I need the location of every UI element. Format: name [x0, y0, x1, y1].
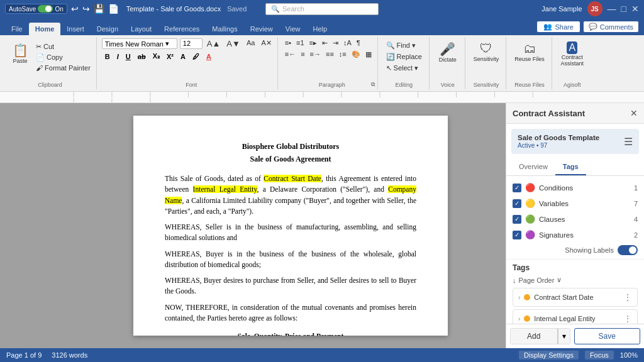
tab-insert[interactable]: Insert [60, 23, 91, 35]
autosave-label: AutoSave [9, 6, 36, 13]
tag-menu-1[interactable]: ⋮ [623, 292, 632, 302]
tag-menu-2[interactable]: ⋮ [623, 314, 632, 324]
decrease-indent-button[interactable]: ⇤ [320, 38, 330, 48]
document-saved: Saved [227, 5, 247, 13]
line-spacing-button[interactable]: ↕≡ [337, 50, 348, 59]
italic-button[interactable]: I [114, 52, 122, 62]
font-color-button[interactable]: A [203, 52, 214, 62]
tags-sort[interactable]: ↓ Page Order ∨ [513, 276, 638, 284]
toolbar-undo-icon[interactable]: ↩ [71, 4, 79, 14]
sort-button[interactable]: ↕A [341, 38, 353, 48]
tag-row-contract-start-date[interactable]: › Contract Start Date ⋮ [513, 288, 637, 306]
numbering-button[interactable]: ≡1 [294, 38, 306, 48]
save-button[interactable]: Save [574, 328, 641, 344]
tab-references[interactable]: References [158, 23, 206, 35]
search-bar[interactable]: 🔍 Search [265, 3, 379, 15]
tags-title: Tags [513, 263, 638, 272]
replace-button[interactable]: 🔄 Replace [384, 52, 424, 62]
strikethrough-button[interactable]: ab [135, 52, 149, 62]
change-case-button[interactable]: Aa [245, 38, 257, 49]
category-clauses[interactable]: 🟢 Clauses 4 [506, 211, 644, 227]
comments-icon: 💬 [589, 23, 597, 31]
reuse-files-button[interactable]: 🗂 Reuse Files [511, 40, 548, 64]
reuse-label: Reuse Files [508, 82, 552, 88]
signatures-label: Signatures [539, 231, 630, 239]
tab-tags[interactable]: Tags [555, 159, 586, 175]
superscript-button[interactable]: X² [164, 52, 177, 62]
tab-design[interactable]: Design [91, 23, 125, 35]
template-menu-button[interactable]: ☰ [624, 136, 633, 148]
cut-button[interactable]: ✂ Cut [34, 42, 92, 52]
tag-dot-2 [524, 315, 530, 322]
clauses-checkbox[interactable] [513, 215, 521, 224]
variables-count: 7 [634, 200, 638, 207]
comments-button[interactable]: 💬 Comments [583, 21, 639, 33]
show-all-button[interactable]: ¶ [355, 38, 362, 48]
font-size-selector[interactable]: 12 [180, 38, 203, 49]
text-effects-button[interactable]: A [177, 52, 189, 62]
add-button[interactable]: Add [511, 329, 558, 344]
shrink-font-button[interactable]: A▼ [225, 38, 242, 49]
multilevel-button[interactable]: ≡▸ [308, 38, 319, 48]
panel-bottom: Add ▾ Save [506, 324, 644, 348]
subscript-button[interactable]: X₂ [150, 51, 163, 62]
tab-mailings[interactable]: Mailings [206, 23, 243, 35]
variables-checkbox[interactable] [513, 199, 521, 208]
font-family-selector[interactable]: Times New Roman ▾ [102, 38, 177, 49]
align-right-button[interactable]: ≡→ [308, 50, 323, 59]
showing-labels-toggle[interactable] [618, 245, 638, 255]
format-painter-button[interactable]: 🖌 Format Painter [34, 63, 92, 72]
category-signatures[interactable]: 🟣 Signatures 2 [506, 227, 644, 243]
toolbar-doc-icon[interactable]: 📄 [108, 4, 119, 14]
share-button[interactable]: 👥Share [536, 21, 580, 33]
category-variables[interactable]: 🟡 Variables 7 [506, 195, 644, 211]
text-highlight-button[interactable]: 🖊 [189, 52, 203, 62]
tab-help[interactable]: Help [306, 23, 333, 35]
find-button[interactable]: 🔍 Find ▾ [384, 41, 424, 50]
paste-button[interactable]: 📋 Paste [8, 41, 33, 66]
tab-overview[interactable]: Overview [511, 159, 555, 175]
close-button[interactable]: ✕ [631, 4, 639, 14]
copy-button[interactable]: 📄 Copy [34, 53, 92, 62]
category-conditions[interactable]: 🔴 Conditions 1 [506, 180, 644, 195]
tab-layout[interactable]: Layout [125, 23, 158, 35]
grow-font-button[interactable]: A▲ [205, 38, 223, 49]
autosave-badge[interactable]: AutoSave On [5, 4, 67, 14]
conditions-checkbox[interactable] [513, 184, 521, 192]
increase-indent-button[interactable]: ⇥ [331, 38, 340, 48]
zoom-level: 100% [620, 351, 638, 359]
paragraph-expand[interactable]: ⧉ [371, 81, 375, 88]
panel-title: Contract Assistant [513, 109, 585, 118]
clear-format-button[interactable]: A✕ [259, 38, 273, 49]
shading-button[interactable]: 🎨 [350, 50, 362, 59]
dictate-button[interactable]: 🎤 Dictate [435, 40, 460, 65]
signatures-count: 2 [634, 231, 638, 239]
highlight-contract-start-date: Contract Start Date [264, 175, 321, 182]
underline-button[interactable]: U [123, 52, 134, 62]
tag-row-internal-legal-entity[interactable]: › Internal Legal Entity ⋮ [513, 310, 637, 324]
select-button[interactable]: ↖ Select ▾ [384, 63, 424, 73]
borders-button[interactable]: ▦ [364, 50, 374, 59]
toolbar-save-icon[interactable]: 💾 [94, 4, 104, 14]
tab-view[interactable]: View [279, 23, 307, 35]
panel-close-button[interactable]: ✕ [630, 108, 638, 118]
autosave-toggle[interactable] [38, 5, 53, 13]
toolbar-redo-icon[interactable]: ↪ [82, 4, 90, 14]
minimize-button[interactable]: — [608, 4, 616, 14]
bold-button[interactable]: B [102, 52, 113, 62]
maximize-button[interactable]: □ [621, 4, 626, 14]
align-center-button[interactable]: ≡ [299, 50, 306, 59]
sensitivity-button[interactable]: 🛡 Sensitivity [470, 40, 502, 64]
justify-button[interactable]: ≡≡ [324, 50, 336, 59]
focus-button[interactable]: Focus [585, 351, 614, 359]
bullets-button[interactable]: ≡▪ [283, 38, 293, 48]
tab-home[interactable]: Home [29, 23, 61, 35]
display-settings-button[interactable]: Display Settings [519, 351, 579, 359]
add-dropdown-button[interactable]: ▾ [558, 329, 570, 344]
align-left-button[interactable]: ≡← [283, 50, 297, 59]
editing-label: Editing [379, 82, 429, 88]
tab-file[interactable]: File [5, 23, 29, 35]
tab-review[interactable]: Review [244, 23, 279, 35]
signatures-checkbox[interactable] [513, 231, 521, 239]
contract-assistant-button[interactable]: A Contract Assistant [558, 40, 587, 69]
